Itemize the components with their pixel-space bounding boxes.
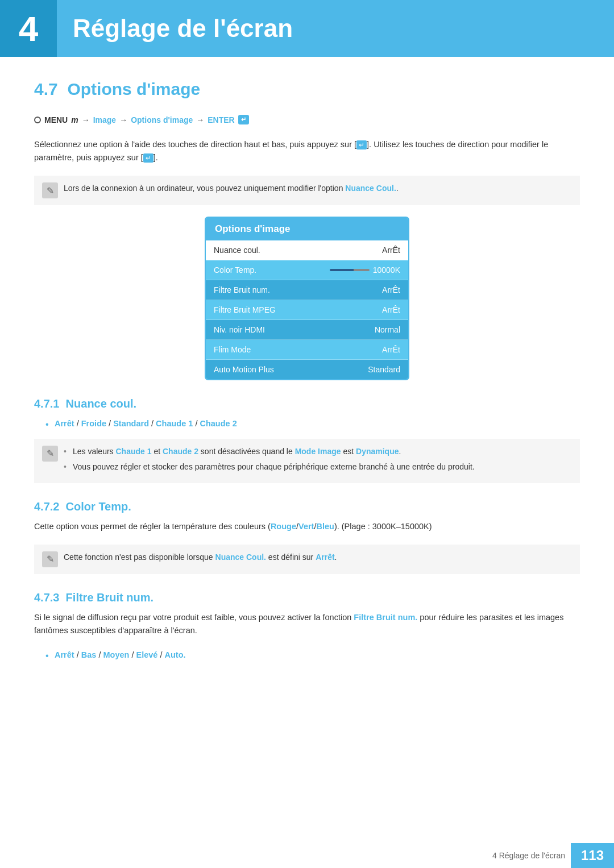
note-bullets: Les valeurs Chaude 1 et Chaude 2 sont dé… xyxy=(64,446,475,473)
menu-row-flim-mode[interactable]: Flim Mode ArrÊt xyxy=(206,340,408,360)
note-icon-3: ✎ xyxy=(42,551,58,567)
enter-label: ENTER xyxy=(208,115,234,124)
subsection-471-title: 4.7.1 Nuance coul. xyxy=(34,397,580,410)
menu-row-niv-noir-hdmi[interactable]: Niv. noir HDMI Normal xyxy=(206,320,408,340)
header-banner: 4 Réglage de l'écran xyxy=(0,0,614,57)
menu-path-circle-icon xyxy=(34,117,41,123)
filtre-bruit-options-item: Arrêt / Bas / Moyen / Elevé / Auto. xyxy=(45,649,580,662)
menu-row-nuance-coul[interactable]: Nuance coul. ArrÊt xyxy=(206,240,408,260)
auto-motion-plus-value: Standard xyxy=(368,365,400,374)
nuance-coul-label: Nuance coul. xyxy=(214,246,260,255)
menu-row-color-temp[interactable]: Color Temp. 10000K xyxy=(206,260,408,280)
chapter-title: Réglage de l'écran xyxy=(57,14,293,43)
note-symbol: ✎ xyxy=(47,185,54,196)
note-icon-2: ✎ xyxy=(42,446,58,462)
options-menu: Options d'image Nuance coul. ArrÊt Color… xyxy=(205,217,409,380)
chapter-number: 4 xyxy=(0,0,57,57)
subsection-473-title: 4.7.3 Filtre Bruit num. xyxy=(34,591,580,604)
footer-text: 4 Réglage de l'écran xyxy=(492,851,571,860)
nuance-coul-options-item: Arrêt / Froide / Standard / Chaude 1 / C… xyxy=(45,417,580,430)
menu-row-filtre-bruit-mpeg[interactable]: Filtre Bruit MPEG ArrÊt xyxy=(206,300,408,320)
nuance-coul-value: ArrÊt xyxy=(382,246,400,255)
menu-row-filtre-bruit-num[interactable]: Filtre Bruit num. ArrÊt xyxy=(206,280,408,300)
filtre-bruit-num-value: ArrÊt xyxy=(382,285,400,294)
section-title: 4.7 Options d'image xyxy=(34,80,580,99)
flim-mode-value: ArrÊt xyxy=(382,345,400,354)
options-menu-header: Options d'image xyxy=(206,218,408,240)
note-box-color-temp: ✎ Cette fonction n'est pas disponible lo… xyxy=(34,545,580,574)
filtre-bruit-mpeg-value: ArrÊt xyxy=(382,305,400,314)
menu-label: MENU xyxy=(44,115,68,124)
color-temp-slider-bar xyxy=(330,269,370,271)
color-temp-description: Cette option vous permet de régler la te… xyxy=(34,520,580,533)
note-bullet-2: Vous pouvez régler et stocker des paramè… xyxy=(64,461,475,473)
menu-row-auto-motion-plus[interactable]: Auto Motion Plus Standard xyxy=(206,360,408,379)
filtre-bruit-mpeg-label: Filtre Bruit MPEG xyxy=(214,305,276,314)
filtre-bruit-num-label: Filtre Bruit num. xyxy=(214,285,270,294)
note-icon: ✎ xyxy=(42,182,58,198)
footer-page-number: 113 xyxy=(571,843,614,868)
color-temp-value: 10000K xyxy=(330,265,400,275)
footer: 4 Réglage de l'écran 113 xyxy=(492,843,614,868)
color-temp-number: 10000K xyxy=(373,265,400,275)
main-content: 4.7 Options d'image MENU m → Image → Opt… xyxy=(0,80,614,715)
options-menu-container: Options d'image Nuance coul. ArrÊt Color… xyxy=(34,217,580,380)
note-text-connection: Lors de la connexion à un ordinateur, vo… xyxy=(64,182,399,194)
subsection-472-title: 4.7.2 Color Temp. xyxy=(34,500,580,513)
note-box-connection: ✎ Lors de la connexion à un ordinateur, … xyxy=(34,176,580,205)
intro-text: Sélectionnez une option à l'aide des tou… xyxy=(34,138,580,164)
options-link: Options d'image xyxy=(131,115,193,124)
arrow-1: → xyxy=(82,115,90,124)
note-text-color-temp: Cette fonction n'est pas disponible lors… xyxy=(64,551,337,563)
filtre-bruit-options: Arrêt / Bas / Moyen / Elevé / Auto. xyxy=(34,649,580,662)
enter-icon: ↵ xyxy=(238,115,249,124)
niv-noir-hdmi-value: Normal xyxy=(375,325,400,334)
menu-path: MENU m → Image → Options d'image → ENTER… xyxy=(34,115,580,124)
flim-mode-label: Flim Mode xyxy=(214,345,251,354)
note-symbol-3: ✎ xyxy=(47,554,54,564)
auto-motion-plus-label: Auto Motion Plus xyxy=(214,365,274,374)
niv-noir-hdmi-label: Niv. noir HDMI xyxy=(214,325,265,334)
menu-m: m xyxy=(71,115,78,124)
filtre-bruit-description: Si le signal de diffusion reçu par votre… xyxy=(34,611,580,637)
image-link: Image xyxy=(93,115,116,124)
note-box-nuance-coul: ✎ Les valeurs Chaude 1 et Chaude 2 sont … xyxy=(34,439,580,483)
note-symbol-2: ✎ xyxy=(47,448,54,459)
arrow-3: → xyxy=(196,115,204,124)
color-temp-label: Color Temp. xyxy=(214,265,256,275)
arrow-2: → xyxy=(119,115,127,124)
nuance-coul-options: Arrêt / Froide / Standard / Chaude 1 / C… xyxy=(34,417,580,430)
note-text-nuance-coul: Les valeurs Chaude 1 et Chaude 2 sont dé… xyxy=(64,446,475,476)
note-bullet-1: Les valeurs Chaude 1 et Chaude 2 sont dé… xyxy=(64,446,475,458)
